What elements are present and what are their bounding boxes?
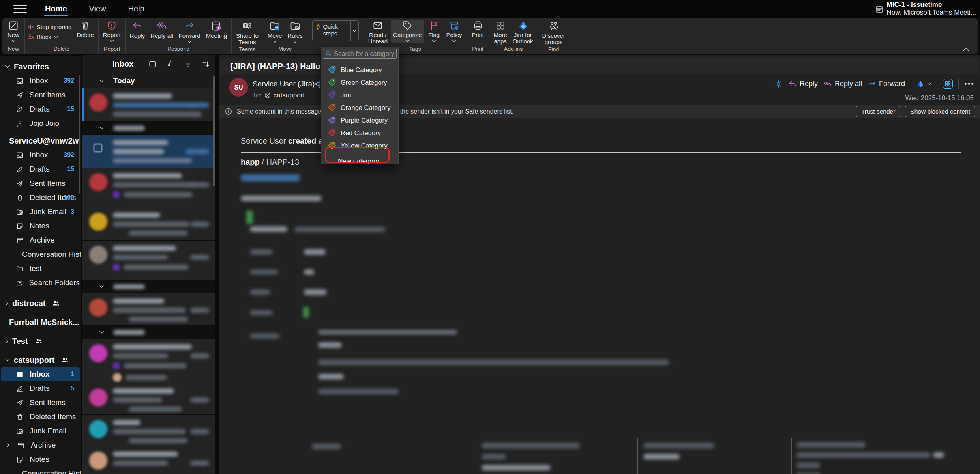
sort-direction-icon[interactable] xyxy=(167,60,174,68)
category-item-red[interactable]: Red Category xyxy=(321,127,398,139)
category-item-orange[interactable]: Orange Category xyxy=(321,101,398,114)
jira-breadcrumb[interactable]: happ / HAPP-13 xyxy=(241,158,299,167)
reply-button[interactable]: Reply xyxy=(788,80,818,88)
reply-all-button[interactable]: Reply all xyxy=(148,20,175,40)
show-blocked-content-button[interactable]: Show blocked content xyxy=(905,106,975,117)
sidebar-item-drafts[interactable]: Drafts5 xyxy=(1,381,80,396)
sidebar-item-sent-items[interactable]: Sent Items xyxy=(1,396,80,410)
discover-groups-button[interactable]: Discover groups xyxy=(540,20,567,46)
section-test-group[interactable]: Test xyxy=(0,334,81,348)
archive-icon xyxy=(16,237,24,244)
tab-view[interactable]: View xyxy=(88,1,107,17)
email-list-item[interactable] xyxy=(82,88,215,121)
flag-button[interactable]: Flag xyxy=(425,20,443,43)
read-unread-button[interactable]: Read / Unread xyxy=(366,20,390,45)
forward-button[interactable]: Forward xyxy=(868,80,905,88)
select-messages-icon[interactable] xyxy=(148,60,157,68)
sidebar-item-deleted-items[interactable]: Deleted Items100 xyxy=(1,190,80,205)
sidebar-item-conversation-history[interactable]: Conversation Histo... xyxy=(1,467,80,474)
reminder-toast[interactable]: MIC-1 - issuetime Now, Microsoft Teams M… xyxy=(875,1,976,17)
categorize-button[interactable]: Categorize xyxy=(391,20,424,43)
to-recipient[interactable]: catsupport xyxy=(274,91,305,99)
category-search-box[interactable] xyxy=(323,49,397,59)
move-button[interactable]: Move xyxy=(266,20,284,44)
email-list-item-selected[interactable] xyxy=(82,135,215,168)
sidebar-item-test[interactable]: test xyxy=(1,261,80,276)
block-button[interactable]: Block xyxy=(27,34,71,40)
tab-help[interactable]: Help xyxy=(127,1,145,17)
email-list-item[interactable] xyxy=(82,168,215,207)
new-button[interactable]: New xyxy=(5,20,22,43)
send-icon xyxy=(16,180,24,187)
email-list-item[interactable] xyxy=(82,293,215,326)
category-item-green[interactable]: Green Category xyxy=(321,76,398,89)
section-favorites[interactable]: Favorites xyxy=(0,60,81,74)
section-catsupport[interactable]: catsupport xyxy=(0,353,81,367)
trust-sender-button[interactable]: Trust sender xyxy=(856,106,900,117)
sidebar-item-sent-items[interactable]: Sent Items xyxy=(1,176,80,190)
email-list-item[interactable] xyxy=(82,446,215,474)
sidebar-item-archive[interactable]: Archive xyxy=(1,438,80,452)
print-button[interactable]: Print xyxy=(469,20,487,39)
sidebar-item-jojo-jojo[interactable]: Jojo Jojo xyxy=(1,116,80,131)
checkbox[interactable] xyxy=(94,144,102,152)
jira-addin-button[interactable] xyxy=(916,80,931,88)
quick-steps-box[interactable]: Quick steps xyxy=(312,20,359,41)
sidebar-item-drafts[interactable]: Drafts15 xyxy=(1,162,80,176)
sidebar-item-deleted-items[interactable]: Deleted Items xyxy=(1,410,80,424)
stop-ignoring-button[interactable]: Stop ignoring xyxy=(27,24,71,30)
date-separator[interactable] xyxy=(82,121,215,135)
date-separator[interactable] xyxy=(82,280,215,293)
group-header-today[interactable]: Today xyxy=(82,73,215,88)
email-list-item[interactable] xyxy=(82,383,215,415)
sidebar-item-sent-items[interactable]: Sent Items xyxy=(1,88,80,102)
sidebar-item-archive[interactable]: Archive xyxy=(1,233,80,247)
forward-button[interactable]: Forward xyxy=(177,20,202,44)
category-search-input[interactable] xyxy=(334,50,394,58)
meeting-button[interactable]: Meeting xyxy=(204,20,229,40)
section-serviceu[interactable]: ServiceU@vmw2w.... xyxy=(0,134,81,148)
more-apps-button[interactable]: More apps xyxy=(492,20,509,45)
sidebar-item-notes[interactable]: Notes xyxy=(1,219,80,233)
reply-all-button[interactable]: Reply all xyxy=(823,80,862,88)
policy-button[interactable]: Policy xyxy=(444,20,464,43)
more-actions-button[interactable]: ••• xyxy=(964,80,974,88)
email-list-item[interactable] xyxy=(82,339,215,383)
apps-button[interactable] xyxy=(943,79,953,89)
section-distrocat[interactable]: distrocat xyxy=(0,296,81,310)
sidebar-item-notes[interactable]: Notes xyxy=(1,452,80,467)
sidebar-item-inbox[interactable]: Inbox392 xyxy=(1,148,80,162)
sort-arrows-icon[interactable] xyxy=(202,60,210,68)
sidebar-item-inbox-selected[interactable]: Inbox1 xyxy=(1,367,80,381)
sidebar-item-inbox[interactable]: Inbox392 xyxy=(1,74,80,88)
category-item-jira[interactable]: Jira xyxy=(321,89,398,101)
collapse-ribbon-chevron[interactable] xyxy=(963,48,969,51)
sidebar-item-search-folders[interactable]: Search Folders xyxy=(1,276,80,290)
sun-loading-icon[interactable] xyxy=(774,80,783,88)
section-furrball[interactable]: Furrball McSnick... xyxy=(0,315,81,329)
filter-icon[interactable] xyxy=(184,61,192,67)
hamburger-menu-icon[interactable] xyxy=(13,4,27,14)
sender-avatar[interactable]: SU xyxy=(229,78,248,97)
quick-steps-expand[interactable] xyxy=(350,21,358,41)
category-item-blue[interactable]: Blue Category xyxy=(321,63,398,76)
email-list-item[interactable] xyxy=(82,207,215,241)
report-button[interactable]: Report xyxy=(101,20,123,43)
email-list-item[interactable] xyxy=(82,415,215,446)
delete-button[interactable]: Delete xyxy=(75,20,96,39)
rules-button[interactable]: Rules xyxy=(285,20,304,44)
category-item-yellow[interactable]: Yellow Category xyxy=(321,139,398,152)
jira-for-outlook-button[interactable]: Jira for Outlook xyxy=(511,20,535,45)
sidebar-item-drafts[interactable]: Drafts15 xyxy=(1,102,80,116)
reply-button[interactable]: Reply xyxy=(128,20,147,40)
share-to-teams-button[interactable]: T Share to Teams xyxy=(234,20,260,46)
sidebar-item-junk-email[interactable]: Junk Email3 xyxy=(1,205,80,219)
sidebar-item-junk-email[interactable]: Junk Email xyxy=(1,424,80,438)
message-list-scrollbar[interactable] xyxy=(213,76,215,186)
email-list-item[interactable] xyxy=(82,241,215,280)
tab-home[interactable]: Home xyxy=(44,1,68,17)
new-category-button[interactable]: New category xyxy=(321,155,398,168)
date-separator[interactable] xyxy=(82,326,215,339)
category-item-purple[interactable]: Purple Category xyxy=(321,114,398,127)
sidebar-item-conversation-history[interactable]: Conversation Histo... xyxy=(1,247,80,261)
